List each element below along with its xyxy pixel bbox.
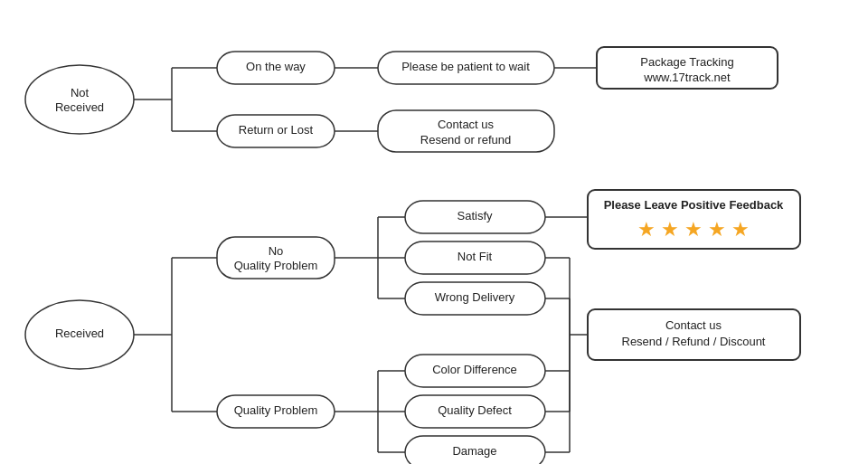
no-quality-problem-label2: Quality Problem — [234, 259, 317, 272]
contact-resend-discount-label1: Contact us — [665, 318, 722, 332]
diagram: Not Received On the way Return or Lost P… — [0, 0, 868, 464]
contact-resend-discount-label2: Resend / Refund / Discount — [622, 335, 766, 348]
color-difference-label: Color Difference — [432, 363, 517, 376]
quality-defect-label: Quality Defect — [438, 403, 512, 417]
contact-resend-refund-label1: Contact us — [438, 118, 495, 131]
package-tracking-label2: www.17track.net — [643, 71, 731, 84]
return-or-lost-label: Return or Lost — [239, 123, 314, 137]
quality-problem-label: Quality Problem — [234, 403, 317, 417]
on-the-way-label: On the way — [246, 60, 306, 73]
wrong-delivery-label: Wrong Delivery — [435, 290, 515, 304]
damage-label: Damage — [452, 444, 496, 458]
positive-feedback-label: Please Leave Positive Feedback — [604, 198, 784, 212]
not-received-label: Not — [71, 86, 90, 99]
stars-label: ★ ★ ★ ★ ★ — [637, 218, 750, 241]
not-received-label2: Received — [55, 100, 104, 114]
package-tracking-label1: Package Tracking — [640, 55, 733, 69]
satisfy-label: Satisfy — [457, 209, 493, 223]
received-label: Received — [55, 327, 104, 340]
contact-resend-refund-label2: Resend or refund — [420, 133, 511, 147]
no-quality-problem-label1: No — [269, 244, 284, 258]
not-fit-label: Not Fit — [458, 250, 493, 263]
be-patient-label: Please be patient to wait — [401, 60, 530, 73]
